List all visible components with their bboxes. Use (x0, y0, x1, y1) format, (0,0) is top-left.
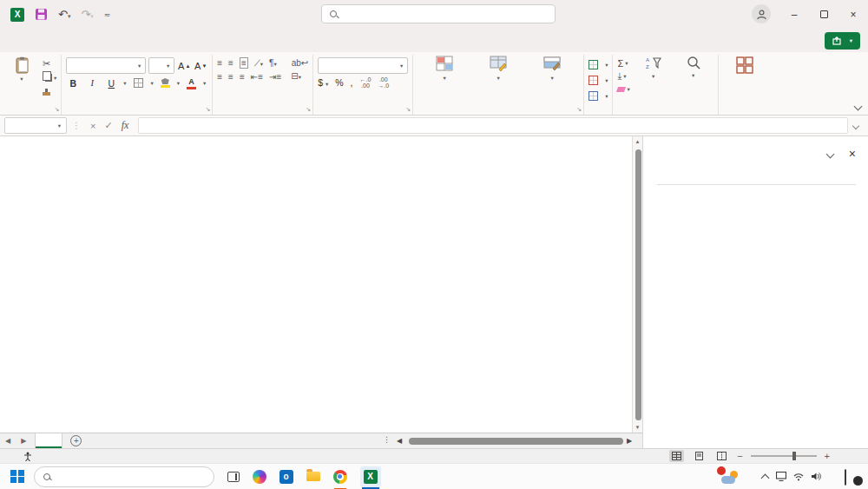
display-tray-icon[interactable] (776, 472, 786, 481)
tab-bar-divider[interactable]: ⋮ (383, 435, 391, 444)
font-dialog-launcher[interactable]: ↘ (205, 106, 210, 113)
cut-button[interactable]: ✂ (43, 59, 56, 69)
customize-qat-icon[interactable]: ≂ (104, 10, 111, 19)
italic-button[interactable]: I (85, 76, 99, 89)
taskbar-search-box[interactable] (34, 466, 214, 487)
outlook-button[interactable]: o (279, 464, 293, 489)
decrease-font-button[interactable]: A▼ (194, 59, 207, 72)
excel-taskbar-button[interactable]: X (360, 464, 381, 489)
accessibility-status[interactable] (23, 452, 36, 461)
zoom-out-button[interactable]: − (737, 451, 742, 461)
expand-formula-bar-chevron[interactable] (852, 122, 859, 129)
sheet-tab-sheet1[interactable] (35, 433, 62, 448)
title-search-box[interactable] (321, 4, 556, 23)
align-center-button[interactable]: ≡ (228, 72, 233, 82)
format-cells-button[interactable]: ▾ (589, 89, 608, 102)
pane-close-icon[interactable]: × (849, 147, 856, 161)
close-button[interactable]: × (838, 0, 868, 29)
merge-center-button[interactable]: ⊟▾ (291, 71, 301, 82)
autosum-button[interactable]: Σ▾ (617, 58, 629, 68)
copy-button[interactable]: ▾ (43, 73, 56, 83)
prev-sheet-arrow[interactable]: ◀ (0, 433, 16, 448)
volume-tray-icon[interactable] (811, 472, 821, 481)
name-box[interactable]: ▾ (4, 117, 67, 134)
font-size-select[interactable]: ▾ (148, 57, 174, 74)
increase-indent-button[interactable]: ⇥≡ (269, 72, 281, 82)
horizontal-scroll-thumb[interactable] (409, 438, 623, 445)
accounting-format-button[interactable]: $ ▾ (318, 77, 328, 88)
wifi-tray-icon[interactable] (793, 472, 804, 481)
zoom-slider[interactable] (751, 455, 817, 457)
decrease-indent-button[interactable]: ⇤≡ (251, 72, 263, 82)
number-format-select[interactable]: ▾ (318, 57, 408, 74)
increase-font-button[interactable]: A▲ (177, 59, 191, 72)
sort-filter-button[interactable]: A Z ▾ (634, 56, 674, 82)
hidden-icons-chevron[interactable] (761, 473, 770, 482)
zoom-in-button[interactable]: + (825, 451, 830, 461)
pane-collapse-chevron-icon[interactable] (825, 149, 834, 158)
weather-widget[interactable] (721, 470, 739, 484)
zoom-slider-thumb[interactable] (792, 452, 796, 460)
align-middle-button[interactable]: ≡ (228, 58, 233, 68)
minimize-button[interactable]: – (779, 0, 809, 29)
align-right-button[interactable]: ≡ (240, 72, 245, 82)
normal-view-button[interactable] (669, 450, 684, 462)
font-name-select[interactable]: ▾ (66, 57, 146, 74)
find-select-button[interactable]: ▾ (674, 56, 713, 81)
share-button[interactable]: ▾ (825, 32, 860, 50)
decrease-decimal-button[interactable]: .00→.0 (378, 76, 389, 89)
fill-color-button[interactable] (159, 78, 172, 88)
orientation-button[interactable]: ⟋▾ (254, 58, 263, 69)
bold-button[interactable]: B (66, 76, 80, 89)
clear-button[interactable]: ▾ (617, 84, 629, 94)
insert-function-icon[interactable]: fx (122, 119, 129, 132)
task-view-button[interactable] (227, 464, 240, 489)
underline-button[interactable]: U (104, 76, 118, 89)
chrome-button[interactable] (333, 464, 347, 489)
align-bottom-button[interactable]: ≡ (240, 57, 248, 69)
scroll-right-arrow[interactable]: ▶ (627, 437, 632, 445)
account-avatar[interactable] (752, 4, 771, 23)
clipboard-dialog-launcher[interactable]: ↘ (54, 106, 59, 113)
scroll-up-arrow[interactable]: ▲ (633, 139, 642, 144)
paste-button[interactable]: ▾ (6, 56, 37, 83)
scroll-left-arrow[interactable]: ◀ (397, 437, 402, 445)
undo-button[interactable]: ↶▾ (58, 8, 70, 21)
percent-style-button[interactable]: % (335, 77, 343, 88)
alignment-dialog-launcher[interactable]: ↘ (306, 106, 311, 113)
title-search-input[interactable] (344, 9, 547, 19)
format-painter-button[interactable] (43, 87, 56, 96)
maximize-button[interactable] (809, 0, 838, 29)
save-icon[interactable] (35, 8, 48, 21)
notification-center-button[interactable] (845, 470, 859, 483)
comma-style-button[interactable]: , (351, 77, 353, 88)
vertical-scroll-thumb[interactable] (635, 149, 641, 420)
delete-cells-button[interactable]: ▾ (589, 74, 608, 87)
next-sheet-arrow[interactable]: ▶ (16, 433, 31, 448)
format-as-table-button[interactable]: ▾ (471, 56, 525, 83)
cell-styles-button[interactable]: ▾ (525, 56, 579, 83)
file-explorer-button[interactable] (306, 464, 320, 489)
wrap-text-button[interactable]: ab↩ (292, 58, 309, 68)
copilot-button[interactable] (253, 464, 266, 489)
formula-input[interactable] (138, 117, 848, 134)
paste-dropdown-caret[interactable]: ▾ (20, 76, 23, 83)
text-direction-button[interactable]: ¶▾ (269, 58, 277, 69)
fill-button[interactable]: ⤓▾ (617, 71, 629, 81)
redo-button[interactable]: ↷▾ (81, 8, 93, 21)
page-break-view-button[interactable] (714, 450, 729, 462)
align-top-button[interactable]: ≡ (217, 58, 222, 68)
new-sheet-button[interactable]: + (70, 435, 82, 446)
excel-app-icon[interactable]: X (10, 8, 24, 22)
page-layout-view-button[interactable] (692, 450, 707, 462)
conditional-formatting-button[interactable]: ▾ (418, 56, 471, 83)
align-left-button[interactable]: ≡ (217, 72, 222, 82)
confirm-entry-icon[interactable]: ✓ (104, 120, 112, 131)
collapse-ribbon-chevron[interactable] (854, 102, 863, 111)
styles-dialog-launcher[interactable]: ↘ (576, 106, 582, 113)
scroll-down-arrow[interactable]: ▼ (633, 425, 642, 430)
increase-decimal-button[interactable]: ←.0.00 (360, 76, 372, 89)
cancel-entry-icon[interactable]: × (90, 121, 95, 131)
number-dialog-launcher[interactable]: ↘ (405, 106, 411, 113)
vertical-scrollbar[interactable]: ▲ ▼ (632, 136, 642, 433)
